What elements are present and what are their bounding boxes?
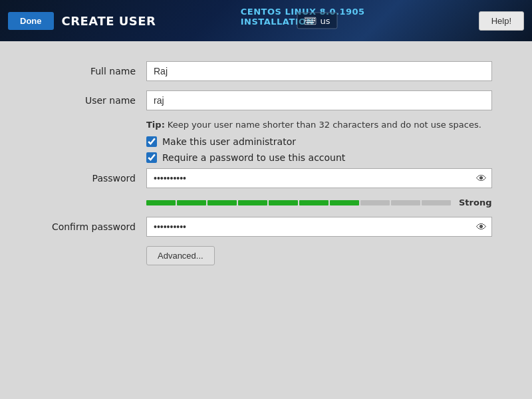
password-checkbox-row: Require a password to use this account <box>40 152 492 163</box>
strength-row: Strong <box>40 198 492 207</box>
strength-label: Strong <box>459 198 492 207</box>
username-row: User name <box>40 90 492 110</box>
svg-rect-8 <box>307 20 309 21</box>
strength-segment-9 <box>422 200 451 205</box>
advanced-button[interactable]: Advanced... <box>146 246 215 265</box>
admin-checkbox[interactable] <box>146 136 157 147</box>
tip-content: Keep your user name shorter than 32 char… <box>168 120 481 130</box>
tip-label: Tip: <box>146 120 165 130</box>
strength-segment-0 <box>146 200 176 205</box>
svg-rect-7 <box>305 20 307 21</box>
password-input-wrap: 👁 <box>146 168 492 188</box>
page-title: CREATE USER <box>62 14 156 28</box>
fullname-input[interactable] <box>146 61 492 81</box>
svg-rect-12 <box>313 20 315 21</box>
svg-rect-3 <box>309 18 310 19</box>
username-input-wrap <box>146 90 492 110</box>
password-checkbox[interactable] <box>146 152 157 163</box>
svg-rect-2 <box>307 18 309 19</box>
svg-rect-1 <box>305 18 307 19</box>
password-row: Password 👁 <box>40 168 492 188</box>
confirm-password-input[interactable] <box>146 217 492 237</box>
strength-segment-3 <box>238 200 267 205</box>
svg-rect-4 <box>311 18 312 19</box>
password-checkbox-label: Require a password to use this account <box>162 152 345 163</box>
strength-segment-5 <box>299 200 329 205</box>
svg-rect-13 <box>306 22 314 23</box>
tip-row: Tip:Keep your user name shorter than 32 … <box>40 120 492 130</box>
confirm-password-label: Confirm password <box>40 221 146 232</box>
advanced-row: Advanced... <box>40 246 492 265</box>
keyboard-lang: us <box>321 16 331 26</box>
svg-rect-10 <box>311 20 312 21</box>
confirm-password-input-wrap: 👁 <box>146 217 492 237</box>
help-button[interactable]: Help! <box>479 11 524 31</box>
strength-segment-2 <box>207 200 237 205</box>
admin-checkbox-label: Make this user administrator <box>162 136 296 147</box>
keyboard-icon <box>305 17 317 25</box>
strength-bar <box>146 200 451 205</box>
confirm-password-eye-icon[interactable]: 👁 <box>476 221 487 233</box>
header-right: Help! <box>471 0 532 41</box>
admin-checkbox-row: Make this user administrator <box>40 136 492 147</box>
svg-rect-9 <box>309 20 310 21</box>
tip-text: Tip:Keep your user name shorter than 32 … <box>146 120 481 130</box>
strength-segment-6 <box>330 200 359 205</box>
strength-segment-7 <box>360 200 390 205</box>
main-content: Full name User name Tip:Keep your user n… <box>0 41 532 399</box>
username-label: User name <box>40 95 146 106</box>
fullname-input-wrap <box>146 61 492 81</box>
keyboard-widget[interactable]: us <box>297 13 338 29</box>
strength-segment-1 <box>177 200 206 205</box>
fullname-label: Full name <box>40 66 146 76</box>
password-input[interactable] <box>146 168 492 188</box>
password-label: Password <box>40 173 146 184</box>
svg-rect-6 <box>313 18 315 19</box>
header: Done CREATE USER CENTOS LINUX 8.0.1905 I… <box>0 0 532 41</box>
strength-segment-4 <box>269 200 298 205</box>
svg-rect-11 <box>312 20 313 21</box>
fullname-row: Full name <box>40 61 492 81</box>
done-button[interactable]: Done <box>8 12 54 30</box>
svg-rect-5 <box>312 18 313 19</box>
strength-segment-8 <box>391 200 420 205</box>
username-input[interactable] <box>146 90 492 110</box>
password-eye-icon[interactable]: 👁 <box>476 172 487 185</box>
header-left: Done CREATE USER <box>0 0 164 41</box>
confirm-password-row: Confirm password 👁 <box>40 217 492 237</box>
